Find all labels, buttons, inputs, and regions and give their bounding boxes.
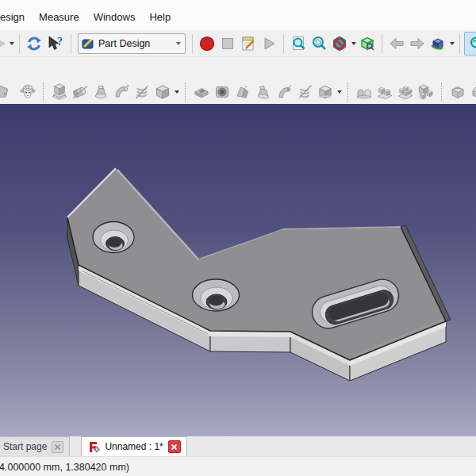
multi-transform-button[interactable]	[416, 82, 436, 102]
macro-execute-button[interactable]	[259, 33, 279, 54]
part-design-workbench-icon	[82, 37, 94, 50]
model-part[interactable]	[67, 168, 451, 381]
subtractive-box-button[interactable]	[315, 82, 336, 102]
toolbar-separator	[459, 34, 460, 53]
toolbar-grip	[441, 83, 443, 102]
menu-help[interactable]: Help	[142, 11, 178, 30]
additive-box-button[interactable]	[152, 82, 173, 102]
additive-loft-button[interactable]	[90, 82, 111, 102]
countersunk-hole-1[interactable]	[93, 222, 134, 253]
redo-button[interactable]	[0, 33, 8, 54]
box-element-selection-icon	[359, 35, 376, 52]
macro-execute-icon	[260, 35, 278, 52]
subtractive-box-icon	[317, 83, 334, 101]
subtractive-primitive-dropdown-arrow[interactable]	[336, 82, 343, 102]
groove-button[interactable]	[232, 82, 253, 102]
box-element-selection-button[interactable]	[357, 33, 378, 54]
toolbar-grip	[43, 83, 44, 102]
toolbar-separator	[382, 34, 382, 53]
chamfer-button[interactable]	[468, 82, 476, 102]
subtractive-pipe-button[interactable]	[274, 82, 294, 102]
toolbar-separator	[71, 34, 71, 53]
document-tab-bar: Start page Unnamed : 1*	[0, 436, 476, 456]
hole-icon	[213, 83, 231, 101]
fit-selection-button[interactable]	[309, 33, 329, 54]
groove-icon	[234, 83, 251, 101]
additive-helix-button[interactable]	[132, 82, 152, 102]
nav-back-button[interactable]	[386, 33, 407, 54]
fit-all-button[interactable]	[288, 33, 309, 54]
workbench-selector-value: Part Design	[98, 38, 171, 49]
subtractive-helix-button[interactable]	[294, 82, 315, 102]
pad-button[interactable]	[49, 82, 70, 102]
draw-style-dropdown-arrow[interactable]	[350, 33, 357, 54]
tab-start-page-label: Start page	[3, 441, 47, 452]
menu-measure[interactable]: Measure	[32, 11, 86, 30]
mirrored-icon	[355, 83, 373, 101]
menu-design[interactable]: esign	[0, 11, 32, 30]
toolbar-grip	[185, 83, 186, 102]
hole-button[interactable]	[212, 82, 232, 102]
revolution-icon	[71, 83, 89, 101]
fit-selection-icon	[310, 35, 328, 52]
forward-arrow-icon	[409, 35, 426, 52]
workbench-selector-arrow	[175, 33, 182, 54]
polar-pattern-icon	[397, 83, 414, 101]
fillet-button[interactable]	[447, 82, 468, 102]
refresh-button[interactable]	[24, 33, 44, 54]
macro-stop-button[interactable]	[217, 33, 238, 54]
3d-viewport[interactable]	[0, 104, 476, 436]
tab-unnamed-document-close-button[interactable]	[168, 440, 181, 453]
menu-bar: esign Measure Windows Help	[0, 0, 476, 31]
tab-start-page-close-button[interactable]	[52, 441, 63, 453]
linear-pattern-button[interactable]	[374, 82, 395, 102]
additive-primitive-dropdown-arrow[interactable]	[173, 82, 180, 102]
revolution-button[interactable]	[70, 82, 90, 102]
isometric-cube-icon	[429, 35, 447, 52]
mirrored-button[interactable]	[354, 82, 374, 102]
toolbar-separator	[283, 34, 284, 53]
fillet-icon	[449, 83, 466, 101]
multi-transform-icon	[417, 83, 435, 101]
nav-forward-button[interactable]	[407, 33, 428, 54]
fit-all-icon	[290, 35, 307, 52]
zoom-tool-icon	[468, 35, 476, 52]
macro-edit-icon	[240, 35, 257, 52]
whats-this-button[interactable]: ?	[44, 33, 67, 54]
svg-text:?: ?	[57, 36, 63, 48]
subtractive-pipe-icon	[275, 83, 293, 101]
additive-box-icon	[154, 83, 171, 101]
macro-record-icon	[198, 35, 216, 52]
additive-helix-icon	[133, 83, 151, 101]
polar-pattern-button[interactable]	[395, 82, 416, 102]
draw-style-button[interactable]	[329, 33, 350, 54]
freecad-document-icon	[87, 440, 100, 453]
chamfer-icon	[470, 83, 476, 101]
toolbar-separator	[192, 34, 193, 53]
menu-windows[interactable]: Windows	[86, 11, 143, 30]
close-icon	[171, 443, 178, 451]
close-icon	[54, 443, 61, 451]
pad-icon	[51, 83, 68, 101]
redo-dropdown-arrow[interactable]	[8, 33, 15, 54]
zoom-tool-button[interactable]	[464, 32, 476, 56]
additive-pipe-button[interactable]	[111, 82, 132, 102]
isometric-view-dropdown-arrow[interactable]	[448, 33, 455, 54]
countersunk-hole-2[interactable]	[193, 279, 240, 311]
tab-unnamed-document-label: Unnamed : 1*	[105, 441, 163, 452]
isometric-view-button[interactable]	[428, 33, 448, 54]
subtractive-loft-icon	[255, 83, 272, 101]
whats-this-icon: ?	[47, 35, 64, 52]
macro-record-button[interactable]	[197, 33, 217, 54]
macro-edit-button[interactable]	[238, 33, 259, 54]
subtractive-loft-button[interactable]	[253, 82, 274, 102]
shape-binder-button[interactable]	[0, 82, 13, 102]
tab-unnamed-document[interactable]: Unnamed : 1*	[81, 436, 186, 456]
clone-button[interactable]	[17, 82, 38, 102]
pocket-button[interactable]	[191, 82, 212, 102]
back-arrow-icon	[388, 35, 405, 52]
freecad-window: esign Measure Windows Help ?	[0, 0, 476, 476]
tab-start-page[interactable]: Start page	[0, 436, 70, 456]
cursor-coordinates: 4.000000 mm, 1.380420 mm)	[0, 462, 129, 473]
workbench-selector[interactable]: Part Design	[78, 33, 186, 54]
